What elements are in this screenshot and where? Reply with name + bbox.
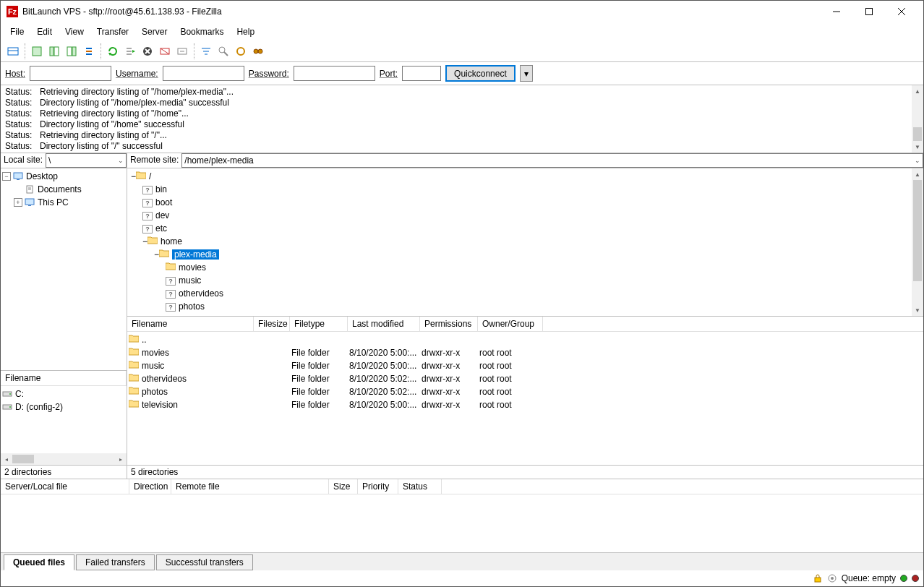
tree-node[interactable]: ?othervideos (131, 287, 920, 300)
status-message: Retrieving directory listing of "/"... (40, 130, 167, 141)
status-label: Status: (5, 108, 40, 119)
lock-icon[interactable] (813, 573, 823, 583)
process-queue-icon[interactable] (122, 43, 138, 59)
menu-transfer[interactable]: Transfer (90, 24, 135, 40)
tree-node[interactable]: −Desktop (2, 170, 125, 183)
local-tree[interactable]: −DesktopDocuments+This PC (1, 168, 127, 370)
quickconnect-button[interactable]: Quickconnect (445, 65, 516, 82)
remote-list-header[interactable]: Filename Filesize Filetype Last modified… (127, 317, 923, 332)
queue-col-status[interactable]: Status (398, 479, 442, 494)
quickconnect-bar: Host: Username: Password: Port: Quickcon… (1, 62, 923, 85)
cancel-icon[interactable] (140, 43, 155, 59)
disconnect-icon[interactable] (157, 43, 173, 59)
status-message: Directory listing of "/home/plex-media" … (40, 98, 229, 108)
list-item[interactable]: C: (2, 387, 125, 400)
password-label: Password: (249, 69, 289, 79)
local-list-body[interactable]: C:D: (config-2) (1, 386, 127, 453)
tree-node[interactable]: −/ (131, 170, 920, 183)
table-row[interactable]: othervideosFile folder8/10/2020 5:02:...… (129, 372, 922, 385)
menu-help[interactable]: Help (230, 24, 261, 40)
file-owner: root root (479, 346, 544, 359)
table-row[interactable]: televisionFile folder8/10/2020 5:00:...d… (129, 398, 922, 411)
toggle-log-icon[interactable] (29, 43, 45, 59)
file-modified: 8/10/2020 5:02:... (349, 372, 422, 385)
tree-node[interactable]: Documents (2, 183, 125, 196)
queue-col-direction[interactable]: Direction (129, 479, 171, 494)
table-row[interactable]: moviesFile folder8/10/2020 5:00:...drwxr… (129, 346, 922, 359)
menu-bookmarks[interactable]: Bookmarks (174, 24, 230, 40)
file-perms: drwxr-xr-x (422, 359, 479, 372)
minimize-button[interactable] (820, 1, 852, 22)
remote-col-filename[interactable]: Filename (127, 317, 254, 331)
queue-col-serverfile[interactable]: Server/Local file (1, 479, 129, 494)
local-path-dropdown[interactable]: \ ⌄ (46, 153, 127, 168)
remote-path-value: /home/plex-media (184, 155, 253, 166)
port-input[interactable] (402, 66, 441, 81)
close-button[interactable] (885, 1, 917, 22)
queue-col-priority[interactable]: Priority (358, 479, 398, 494)
tree-node[interactable]: ?dev (131, 209, 920, 222)
queue-header[interactable]: Server/Local file Direction Remote file … (1, 479, 923, 494)
remote-col-filetype[interactable]: Filetype (290, 317, 348, 331)
sync-icon[interactable] (233, 43, 249, 59)
remote-tree[interactable]: −/?bin?boot?dev?etc−home−plex-mediamovie… (127, 168, 923, 317)
tab-queued-files[interactable]: Queued files (4, 554, 74, 570)
unknown-folder-icon: ? (142, 186, 153, 194)
toggle-queue-icon[interactable] (81, 43, 97, 59)
username-input[interactable] (163, 66, 244, 81)
refresh-icon[interactable] (105, 43, 121, 59)
list-item[interactable]: D: (config-2) (2, 400, 125, 414)
tree-node[interactable]: ?bin (131, 183, 920, 196)
menu-view[interactable]: View (59, 24, 90, 40)
status-scrollbar[interactable]: ▲ ▼ (912, 85, 923, 153)
remote-tree-scrollbar[interactable]: ▲ ▼ (912, 168, 923, 316)
tree-node[interactable]: ?boot (131, 196, 920, 209)
maximize-button[interactable] (852, 1, 885, 22)
tree-node[interactable]: +This PC (2, 196, 125, 209)
settings-icon[interactable] (827, 573, 837, 583)
tree-node[interactable]: ?music (131, 274, 920, 287)
tree-node[interactable]: movies (131, 261, 920, 274)
svg-rect-38 (25, 199, 34, 205)
local-col-filename[interactable]: Filename (1, 371, 127, 385)
remote-col-modified[interactable]: Last modified (348, 317, 420, 331)
local-hscrollbar[interactable]: ◂ ▸ (1, 453, 127, 465)
filter-icon[interactable] (198, 43, 214, 59)
remote-col-filesize[interactable]: Filesize (254, 317, 290, 331)
menu-file[interactable]: File (4, 24, 30, 40)
table-row[interactable]: photosFile folder8/10/2020 5:02:...drwxr… (129, 385, 922, 398)
site-manager-icon[interactable] (5, 43, 21, 59)
reconnect-icon[interactable] (174, 43, 190, 59)
tree-node[interactable]: ?etc (131, 222, 920, 235)
drive-label: D: (config-2) (15, 400, 63, 414)
tree-node[interactable]: −home (131, 235, 920, 248)
local-list-header[interactable]: Filename (1, 371, 127, 386)
search-icon[interactable] (250, 43, 266, 59)
host-label: Host: (5, 69, 25, 79)
table-row[interactable]: .. (129, 333, 922, 346)
tree-node[interactable]: −plex-media (131, 248, 920, 261)
tab-failed-transfers[interactable]: Failed transfers (76, 554, 155, 570)
remote-col-permissions[interactable]: Permissions (420, 317, 478, 331)
svg-marker-18 (132, 50, 135, 53)
tree-node[interactable]: ?photos (131, 300, 920, 313)
remote-list-body[interactable]: ..moviesFile folder8/10/2020 5:00:...drw… (127, 332, 923, 465)
table-row[interactable]: musicFile folder8/10/2020 5:00:...drwxr-… (129, 359, 922, 372)
compare-icon[interactable] (215, 43, 231, 59)
host-input[interactable] (30, 66, 111, 81)
remote-col-owner[interactable]: Owner/Group (478, 317, 543, 331)
toggle-local-tree-icon[interactable] (46, 43, 62, 59)
menu-server[interactable]: Server (135, 24, 174, 40)
remote-path-dropdown[interactable]: /home/plex-media ⌄ (181, 153, 923, 168)
svg-rect-1 (865, 9, 872, 15)
file-perms: drwxr-xr-x (422, 398, 479, 411)
queue-col-size[interactable]: Size (329, 479, 358, 494)
folder-icon (129, 373, 139, 382)
toggle-remote-tree-icon[interactable] (64, 43, 80, 59)
menu-edit[interactable]: Edit (30, 24, 59, 40)
queue-col-remotefile[interactable]: Remote file (171, 479, 329, 494)
quickconnect-history-dropdown[interactable]: ▾ (520, 65, 533, 82)
svg-rect-10 (72, 47, 76, 56)
tab-successful-transfers[interactable]: Successful transfers (156, 554, 253, 570)
password-input[interactable] (294, 66, 375, 81)
